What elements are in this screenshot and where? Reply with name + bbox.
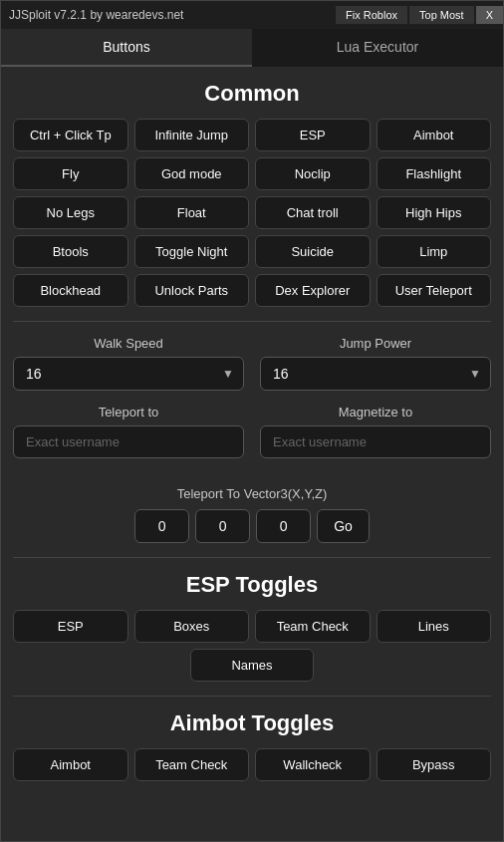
walk-speed-group: Walk Speed 16 50 100 200 ▼: [13, 336, 244, 391]
esp-title: ESP Toggles: [13, 572, 491, 598]
teleport-to-input[interactable]: [13, 425, 244, 458]
teleport-to-group: Teleport to: [13, 405, 244, 458]
aimbot-button[interactable]: Aimbot: [377, 119, 492, 151]
walk-speed-select[interactable]: 16 50 100 200: [13, 357, 244, 391]
dex-explorer-button[interactable]: Dex Explorer: [255, 274, 371, 307]
esp-button[interactable]: ESP: [255, 119, 371, 151]
magnetize-to-group: Magnetize to: [260, 405, 491, 458]
chat-troll-button[interactable]: Chat troll: [255, 196, 371, 229]
blockhead-button[interactable]: Blockhead: [13, 274, 128, 307]
app-window: JJSploit v7.2.1 by wearedevs.net Fix Rob…: [0, 0, 504, 842]
aimbot-toggle-bypass-button[interactable]: Bypass: [377, 748, 492, 781]
jump-power-label: Jump Power: [260, 336, 491, 351]
aimbot-section: Aimbot Toggles Aimbot Team Check Wallche…: [13, 710, 491, 781]
fix-roblox-button[interactable]: Fix Roblox: [336, 6, 407, 24]
unlock-parts-button[interactable]: Unlock Parts: [134, 274, 250, 307]
flashlight-button[interactable]: Flashlight: [377, 157, 492, 190]
esp-toggle-boxes-button[interactable]: Boxes: [134, 610, 250, 643]
common-buttons-row1: Ctrl + Click Tp Infinite Jump ESP Aimbot: [13, 119, 491, 151]
tab-buttons[interactable]: Buttons: [1, 29, 252, 67]
top-most-button[interactable]: Top Most: [409, 6, 474, 24]
jump-power-select[interactable]: 16 50 100 200: [260, 357, 491, 391]
app-title: JJSploit v7.2.1 by wearedevs.net: [1, 8, 336, 22]
divider-1: [13, 321, 491, 322]
common-buttons-row5: Blockhead Unlock Parts Dex Explorer User…: [13, 274, 491, 307]
esp-toggle-lines-button[interactable]: Lines: [377, 610, 492, 643]
ctrl-click-tp-button[interactable]: Ctrl + Click Tp: [13, 119, 128, 151]
magnetize-to-input[interactable]: [260, 425, 491, 458]
vector3-label: Teleport To Vector3(X,Y,Z): [13, 486, 491, 501]
esp-toggle-names-button[interactable]: Names: [190, 649, 313, 682]
magnetize-to-label: Magnetize to: [260, 405, 491, 420]
teleport-to-label: Teleport to: [13, 405, 244, 420]
jump-power-group: Jump Power 16 50 100 200 ▼: [260, 336, 491, 391]
jump-power-wrapper: 16 50 100 200 ▼: [260, 357, 491, 391]
tab-bar: Buttons Lua Executor: [1, 29, 503, 67]
limp-button[interactable]: Limp: [377, 235, 492, 268]
tab-lua-executor[interactable]: Lua Executor: [252, 29, 503, 67]
common-buttons-row4: Btools Toggle Night Suicide Limp: [13, 235, 491, 268]
esp-names-row: Names: [13, 649, 491, 682]
vector3-z-input[interactable]: [256, 509, 311, 543]
walk-speed-wrapper: 16 50 100 200 ▼: [13, 357, 244, 391]
common-buttons-row2: Fly God mode Noclip Flashlight: [13, 157, 491, 190]
walk-speed-label: Walk Speed: [13, 336, 244, 351]
common-section: Common Ctrl + Click Tp Infinite Jump ESP…: [13, 81, 491, 307]
high-hips-button[interactable]: High Hips: [377, 196, 492, 229]
no-legs-button[interactable]: No Legs: [13, 196, 128, 229]
aimbot-toggle-wallcheck-button[interactable]: Wallcheck: [255, 748, 371, 781]
vector3-inputs: Go: [13, 509, 491, 543]
divider-3: [13, 696, 491, 697]
divider-2: [13, 557, 491, 558]
esp-toggle-team-check-button[interactable]: Team Check: [255, 610, 371, 643]
user-teleport-button[interactable]: User Teleport: [377, 274, 492, 307]
noclip-button[interactable]: Noclip: [255, 157, 371, 190]
aimbot-toggle-team-check-button[interactable]: Team Check: [134, 748, 250, 781]
fly-button[interactable]: Fly: [13, 157, 128, 190]
float-button[interactable]: Float: [134, 196, 250, 229]
close-button[interactable]: X: [476, 6, 503, 24]
aimbot-buttons-row: Aimbot Team Check Wallcheck Bypass: [13, 748, 491, 781]
teleport-magnetize-row: Teleport to Magnetize to: [13, 405, 491, 472]
main-content: Common Ctrl + Click Tp Infinite Jump ESP…: [1, 67, 503, 841]
infinite-jump-button[interactable]: Infinite Jump: [134, 119, 250, 151]
speed-power-row: Walk Speed 16 50 100 200 ▼ Jump Power 16: [13, 336, 491, 391]
god-mode-button[interactable]: God mode: [134, 157, 250, 190]
vector3-section: Teleport To Vector3(X,Y,Z) Go: [13, 486, 491, 543]
esp-toggle-esp-button[interactable]: ESP: [13, 610, 128, 643]
title-bar: JJSploit v7.2.1 by wearedevs.net Fix Rob…: [1, 1, 503, 29]
esp-buttons-row: ESP Boxes Team Check Lines: [13, 610, 491, 643]
suicide-button[interactable]: Suicide: [255, 235, 371, 268]
vector3-x-input[interactable]: [134, 509, 189, 543]
common-title: Common: [13, 81, 491, 107]
common-buttons-row3: No Legs Float Chat troll High Hips: [13, 196, 491, 229]
aimbot-title: Aimbot Toggles: [13, 710, 491, 736]
esp-section: ESP Toggles ESP Boxes Team Check Lines N…: [13, 572, 491, 682]
vector3-y-input[interactable]: [195, 509, 250, 543]
btools-button[interactable]: Btools: [13, 235, 128, 268]
toggle-night-button[interactable]: Toggle Night: [134, 235, 250, 268]
aimbot-toggle-aimbot-button[interactable]: Aimbot: [13, 748, 128, 781]
vector3-go-button[interactable]: Go: [317, 509, 370, 543]
